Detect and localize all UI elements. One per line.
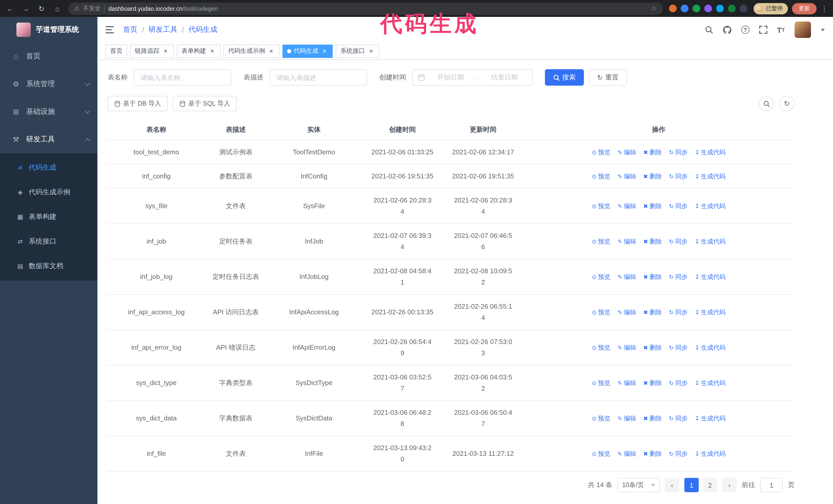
preview-link[interactable]: ⊙预览	[592, 171, 610, 182]
edit-link[interactable]: ✎编辑	[617, 413, 636, 424]
breadcrumb-item[interactable]: 代码生成	[189, 25, 217, 34]
home-icon[interactable]: ⌂	[53, 4, 62, 13]
preview-link[interactable]: ⊙预览	[592, 342, 610, 353]
tab-close-icon[interactable]: ×	[162, 47, 169, 55]
sidebar-subitem-codegen[interactable]: ‹/›代码生成	[0, 155, 97, 180]
extension-icon-5[interactable]	[716, 5, 724, 12]
table-desc-input[interactable]	[270, 69, 367, 86]
refresh-table-button[interactable]: ↻	[779, 96, 794, 111]
generate-code-link[interactable]: ↧生成代码	[695, 448, 725, 459]
delete-link[interactable]: ✖删除	[643, 377, 662, 389]
extension-icon-3[interactable]	[693, 5, 700, 12]
address-bar[interactable]: ⚠ 不安全 dashboard.yudao.iocoder.cn/tool/co…	[68, 2, 663, 15]
tab-codegen-example[interactable]: 代码生成示例×	[223, 44, 279, 58]
next-page-button[interactable]: ›	[722, 478, 737, 492]
search-icon[interactable]	[705, 26, 713, 34]
sync-link[interactable]: ↻同步	[669, 377, 687, 389]
tab-close-icon[interactable]: ×	[268, 47, 275, 55]
sync-link[interactable]: ↻同步	[669, 236, 687, 247]
fullscreen-icon[interactable]	[759, 26, 767, 34]
sync-link[interactable]: ↻同步	[669, 307, 687, 318]
tab-codegen[interactable]: 代码生成×	[282, 44, 333, 58]
table-name-input[interactable]	[134, 69, 231, 86]
help-icon[interactable]: ?	[741, 26, 749, 34]
back-icon[interactable]: ←	[5, 4, 14, 13]
edit-link[interactable]: ✎编辑	[617, 171, 636, 182]
preview-link[interactable]: ⊙预览	[592, 200, 610, 212]
generate-code-link[interactable]: ↧生成代码	[695, 271, 725, 283]
tab-form-builder[interactable]: 表单构建×	[177, 44, 220, 58]
page-button-1[interactable]: 1	[684, 478, 699, 492]
delete-link[interactable]: ✖删除	[643, 147, 662, 158]
prev-page-button[interactable]: ‹	[665, 478, 679, 492]
delete-link[interactable]: ✖删除	[643, 413, 662, 424]
edit-link[interactable]: ✎编辑	[617, 342, 636, 353]
edit-link[interactable]: ✎编辑	[617, 236, 636, 247]
tab-api[interactable]: 系统接口×	[336, 44, 379, 58]
breadcrumb-item[interactable]: 研发工具	[149, 25, 177, 34]
edit-link[interactable]: ✎编辑	[617, 271, 636, 283]
edit-link[interactable]: ✎编辑	[617, 147, 636, 158]
delete-link[interactable]: ✖删除	[643, 342, 662, 353]
breadcrumb-item[interactable]: 首页	[123, 25, 137, 34]
delete-link[interactable]: ✖删除	[643, 307, 662, 318]
preview-link[interactable]: ⊙预览	[592, 147, 610, 158]
preview-link[interactable]: ⊙预览	[592, 236, 610, 247]
sidebar-subitem-db-doc[interactable]: ▤数据库文档	[0, 254, 97, 279]
date-range-picker[interactable]: 开始日期 - 结束日期	[412, 69, 532, 86]
edit-link[interactable]: ✎编辑	[617, 200, 636, 212]
sidebar-subitem-codegen-example[interactable]: ◈代码生成示例	[0, 180, 97, 205]
preview-link[interactable]: ⊙预览	[592, 377, 610, 389]
app-logo[interactable]: 芋道管理系统	[0, 17, 97, 43]
sync-link[interactable]: ↻同步	[669, 271, 687, 283]
sidebar-collapse-icon[interactable]	[105, 26, 115, 34]
chevron-down-icon[interactable]	[821, 28, 825, 31]
edit-link[interactable]: ✎编辑	[617, 307, 636, 318]
delete-link[interactable]: ✖删除	[643, 171, 662, 182]
font-size-icon[interactable]: TT	[777, 25, 785, 34]
generate-code-link[interactable]: ↧生成代码	[695, 171, 725, 182]
sidebar-subitem-form-builder[interactable]: ▦表单构建	[0, 205, 97, 229]
edit-link[interactable]: ✎编辑	[617, 448, 636, 459]
generate-code-link[interactable]: ↧生成代码	[695, 236, 725, 247]
page-size-select[interactable]: 10条/页	[617, 478, 660, 492]
sidebar-subitem-api[interactable]: ⇄系统接口	[0, 229, 97, 254]
generate-code-link[interactable]: ↧生成代码	[695, 377, 725, 389]
extension-icon-1[interactable]	[669, 5, 677, 12]
sidebar-item-devtools[interactable]: ⚒ 研发工具	[0, 126, 97, 153]
chrome-update-button[interactable]: 更新	[792, 3, 816, 14]
goto-page-input[interactable]	[760, 478, 783, 492]
user-avatar[interactable]	[794, 22, 811, 38]
extension-icon-4[interactable]	[704, 5, 712, 12]
import-db-button[interactable]: 基于 DB 导入	[108, 96, 168, 111]
edit-link[interactable]: ✎编辑	[617, 377, 636, 389]
sync-link[interactable]: ↻同步	[669, 448, 687, 459]
extension-icon-7[interactable]	[740, 5, 747, 12]
sync-link[interactable]: ↻同步	[669, 413, 687, 424]
sync-link[interactable]: ↻同步	[669, 171, 687, 182]
extension-icon-6[interactable]	[728, 5, 736, 12]
generate-code-link[interactable]: ↧生成代码	[695, 200, 725, 212]
browser-menu-icon[interactable]: ⋮	[821, 4, 828, 13]
forward-icon[interactable]: →	[21, 4, 30, 13]
generate-code-link[interactable]: ↧生成代码	[695, 307, 725, 318]
github-icon[interactable]	[722, 25, 731, 34]
tab-close-icon[interactable]: ×	[367, 47, 375, 55]
delete-link[interactable]: ✖删除	[643, 271, 662, 283]
sync-link[interactable]: ↻同步	[669, 147, 687, 158]
generate-code-link[interactable]: ↧生成代码	[695, 147, 725, 158]
bookmark-star-icon[interactable]: ☆	[651, 5, 657, 12]
tab-tracing[interactable]: 链路追踪×	[130, 44, 174, 58]
generate-code-link[interactable]: ↧生成代码	[695, 413, 725, 424]
sidebar-item-infrastructure[interactable]: ⊞ 基础设施	[0, 98, 97, 126]
reset-button[interactable]: ↻ 重置	[589, 69, 627, 86]
tab-close-icon[interactable]: ×	[321, 47, 328, 55]
sync-link[interactable]: ↻同步	[669, 200, 687, 212]
search-button[interactable]: 搜索	[545, 69, 584, 86]
delete-link[interactable]: ✖删除	[643, 448, 662, 459]
preview-link[interactable]: ⊙预览	[592, 413, 610, 424]
page-button-2[interactable]: 2	[703, 478, 717, 492]
delete-link[interactable]: ✖删除	[643, 200, 662, 212]
sync-link[interactable]: ↻同步	[669, 342, 687, 353]
extension-icon-2[interactable]	[681, 5, 688, 12]
